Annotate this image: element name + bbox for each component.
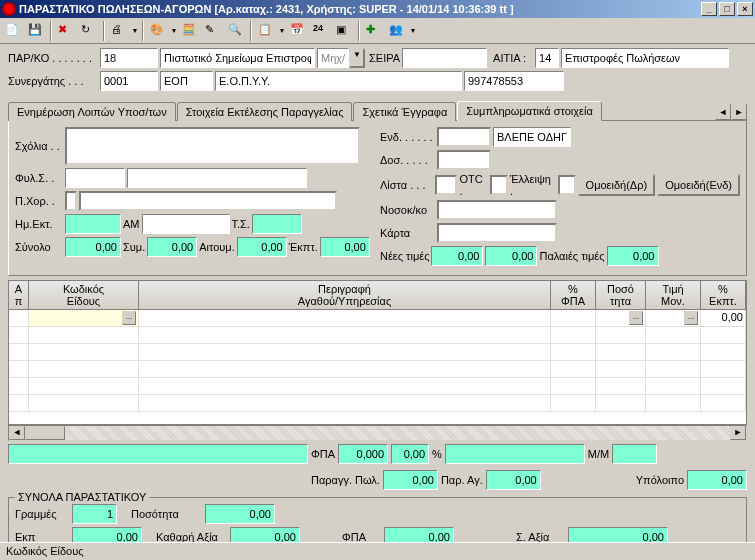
col-perigrafi[interactable]: Περιγραφή Αγαθού/Υπηρεσίας (139, 281, 551, 309)
doc-icon: 📋 (258, 23, 274, 39)
col-timi[interactable]: Τιμή Μον. (646, 281, 701, 309)
cal24-button[interactable]: 24 (310, 20, 332, 42)
am-input[interactable] (142, 214, 230, 234)
tab-stoixeia[interactable]: Στοιχεία Εκτέλεσης Παραγγελίας (177, 102, 353, 121)
qty-lookup-button[interactable]: ... (629, 311, 643, 325)
palette-icon: 🎨 (150, 23, 166, 39)
scroll-thumb[interactable] (25, 426, 65, 440)
search-button[interactable]: 🔍 (225, 20, 247, 42)
synergatis-input[interactable] (100, 71, 158, 91)
plus-button[interactable]: ✚ (363, 20, 385, 42)
win-button[interactable]: ▣ (333, 20, 355, 42)
pxor-chk[interactable] (65, 191, 77, 211)
aitia-desc[interactable] (561, 48, 729, 68)
cal-button[interactable]: 📅 (287, 20, 309, 42)
synolo-input[interactable] (65, 237, 121, 257)
scroll-left-button[interactable]: ◄ (9, 426, 25, 440)
save-button[interactable]: 💾 (25, 20, 47, 42)
sxolia-input[interactable] (65, 127, 360, 165)
sym-input[interactable] (147, 237, 197, 257)
palette-button[interactable]: 🎨 (147, 20, 169, 42)
delete-button[interactable]: ✖ (55, 20, 77, 42)
aitia-input[interactable] (535, 48, 559, 68)
palies-input[interactable] (607, 246, 659, 266)
pxor-input[interactable] (79, 191, 337, 211)
table-row[interactable] (9, 395, 746, 412)
price-lookup-button[interactable]: ... (684, 311, 698, 325)
afm-input[interactable] (464, 71, 564, 91)
otc-input[interactable] (490, 175, 508, 195)
grid-body[interactable]: ... ... ... 0,00 (8, 310, 747, 425)
col-ekpt[interactable]: % Εκπτ. (701, 281, 746, 309)
grammes-input[interactable] (72, 504, 117, 524)
ypol-input[interactable] (687, 470, 747, 490)
dos-input[interactable] (437, 150, 491, 170)
doctype-input[interactable] (160, 48, 315, 68)
grid-hscroll[interactable]: ◄ ► (8, 425, 747, 441)
print-button[interactable]: 🖨 (108, 20, 130, 42)
people-icon: 👥 (389, 23, 405, 39)
paragg-input[interactable] (383, 470, 438, 490)
table-row[interactable] (9, 378, 746, 395)
new-button[interactable]: 📄 (2, 20, 24, 42)
posotita-input[interactable] (205, 504, 275, 524)
refresh-button[interactable]: ↻ (78, 20, 100, 42)
people-button[interactable]: 👥 (386, 20, 408, 42)
hmekt-input[interactable] (65, 214, 121, 234)
fyls-input2[interactable] (127, 168, 307, 188)
tab-enimerosi[interactable]: Ενημέρωση Λοιπών Υποσ/των (8, 102, 176, 121)
edit-button[interactable]: ✎ (202, 20, 224, 42)
fpa-val[interactable] (338, 444, 388, 464)
table-row[interactable] (9, 327, 746, 344)
tab-sxetika[interactable]: Σχετικά Έγγραφα (353, 102, 456, 121)
pxor-label: Π.Χορ. . (15, 195, 63, 207)
people-dropdown[interactable]: ▼ (409, 27, 417, 34)
eopyy-input[interactable] (215, 71, 462, 91)
ftr-blank1[interactable] (445, 444, 585, 464)
nosok-input[interactable] (437, 200, 557, 220)
eop-input[interactable] (160, 71, 213, 91)
blepe-input[interactable] (493, 127, 571, 147)
palette-dropdown[interactable]: ▼ (170, 27, 178, 34)
end-input[interactable] (437, 127, 491, 147)
ekpt-input[interactable] (320, 237, 370, 257)
nees1-input[interactable] (431, 246, 483, 266)
tab-scroll-right[interactable]: ► (731, 104, 747, 120)
close-button[interactable]: × (737, 2, 753, 16)
karta-input[interactable] (437, 223, 557, 243)
lookup-button[interactable]: ... (122, 311, 136, 325)
tab-sympliromatika[interactable]: Συμπληρωματικά στοιχεία (457, 101, 602, 121)
ts-input[interactable] (252, 214, 302, 234)
karta-label: Κάρτα (380, 227, 435, 239)
parko-input[interactable] (100, 48, 158, 68)
seira-input[interactable] (402, 48, 487, 68)
calc-button[interactable]: 🧮 (179, 20, 201, 42)
omoeidi-dr-button[interactable]: Ομοειδή(Δρ) (578, 174, 656, 196)
mm-input[interactable] (612, 444, 657, 464)
table-row[interactable] (9, 361, 746, 378)
aitoum-input[interactable] (237, 237, 287, 257)
doc-button[interactable]: 📋 (255, 20, 277, 42)
col-kodikos[interactable]: Κωδικός Είδους (29, 281, 139, 309)
print-dropdown[interactable]: ▼ (131, 27, 139, 34)
omoeidi-end-button[interactable]: Ομοειδή(Ενδ) (657, 174, 740, 196)
table-row[interactable] (9, 344, 746, 361)
lista-input[interactable] (435, 175, 457, 195)
fpa-pct[interactable] (391, 444, 429, 464)
mxv-drop[interactable]: ▼ (349, 48, 365, 68)
tab-scroll-left[interactable]: ◄ (715, 104, 731, 120)
minimize-button[interactable]: _ (701, 2, 717, 16)
elleipsi-input[interactable] (558, 175, 576, 195)
scroll-right-button[interactable]: ► (730, 426, 746, 440)
col-posot[interactable]: Ποσό τητα (596, 281, 646, 309)
parag-input[interactable] (486, 470, 541, 490)
table-row[interactable]: ... ... ... 0,00 (9, 310, 746, 327)
desc-display[interactable] (8, 444, 308, 464)
col-fpa[interactable]: % ΦΠΑ (551, 281, 596, 309)
fyls-input1[interactable] (65, 168, 125, 188)
doc-dropdown[interactable]: ▼ (278, 27, 286, 34)
nees2-input[interactable] (485, 246, 537, 266)
maximize-button[interactable]: □ (719, 2, 735, 16)
mxv-combo[interactable] (317, 48, 349, 68)
col-ap[interactable]: Α π (9, 281, 29, 309)
